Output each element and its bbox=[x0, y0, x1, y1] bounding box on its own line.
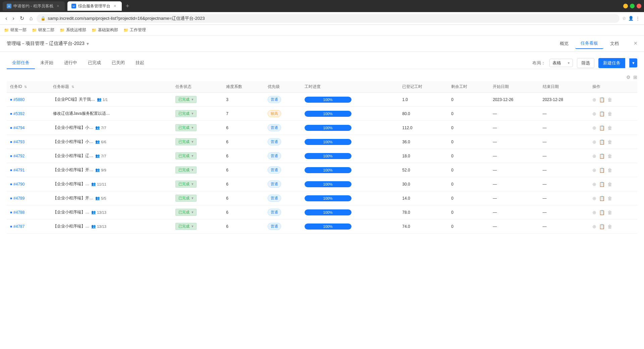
status-badge[interactable]: 已完成 ▾ bbox=[175, 209, 197, 216]
delete-icon[interactable]: 🗑 bbox=[607, 139, 612, 145]
status-badge[interactable]: 已完成 ▾ bbox=[175, 124, 197, 131]
menu-icon[interactable]: ⋮ bbox=[636, 16, 640, 21]
tab-2[interactable]: M 综合服务管理平台 × bbox=[67, 1, 122, 11]
layout-select[interactable]: 表格 看板 bbox=[549, 59, 573, 67]
back-button[interactable]: ‹ bbox=[4, 15, 8, 22]
bookmark-infra[interactable]: 📁 基础架构部 bbox=[92, 27, 118, 33]
sort-icon-id[interactable]: ⇅ bbox=[24, 85, 27, 89]
status-dropdown-icon[interactable]: ▾ bbox=[192, 126, 194, 130]
edit-icon[interactable]: 📋 bbox=[599, 153, 605, 159]
edit-icon[interactable]: 📋 bbox=[599, 97, 605, 102]
edit-icon[interactable]: 📋 bbox=[599, 182, 605, 187]
forward-button[interactable]: › bbox=[11, 15, 15, 22]
status-badge[interactable]: 已完成 ▾ bbox=[175, 223, 197, 230]
column-settings-icon[interactable]: ⊞ bbox=[633, 74, 637, 80]
status-dropdown-icon[interactable]: ▾ bbox=[192, 140, 194, 144]
new-task-dropdown-button[interactable]: ▾ bbox=[629, 58, 637, 67]
reload-button[interactable]: ↻ bbox=[18, 14, 25, 22]
settings-icon[interactable]: ⚙ bbox=[626, 74, 631, 80]
delete-icon[interactable]: 🗑 bbox=[607, 167, 612, 173]
filter-button[interactable]: 筛选 bbox=[577, 58, 594, 68]
task-id-link[interactable]: ■ #4794 bbox=[10, 126, 46, 130]
header-close-button[interactable]: × bbox=[634, 40, 637, 47]
filter-tab-suspended[interactable]: 挂起 bbox=[130, 57, 150, 69]
tab-1[interactable]: A 申请签约 - 程序员客栈 × bbox=[3, 1, 65, 11]
status-dropdown-icon[interactable]: ▾ bbox=[192, 210, 194, 214]
status-dropdown-icon[interactable]: ▾ bbox=[192, 154, 194, 158]
task-id-link[interactable]: ■ #5392 bbox=[10, 111, 46, 116]
status-badge[interactable]: 已完成 ▾ bbox=[175, 110, 197, 117]
subtask-icon[interactable]: ⊕ bbox=[592, 210, 596, 215]
sort-icon-title[interactable]: ⇅ bbox=[71, 85, 74, 89]
new-tab-button[interactable]: + bbox=[124, 3, 131, 10]
user-icon[interactable]: 👤 bbox=[628, 16, 634, 21]
breadcrumb-dropdown[interactable]: ▾ bbox=[87, 41, 89, 46]
status-badge[interactable]: 已完成 ▾ bbox=[175, 166, 197, 173]
tab-kanban[interactable]: 任务看板 bbox=[575, 38, 603, 49]
delete-icon[interactable]: 🗑 bbox=[607, 224, 612, 229]
status-dropdown-icon[interactable]: ▾ bbox=[192, 168, 194, 172]
status-badge[interactable]: 已完成 ▾ bbox=[175, 96, 197, 103]
filter-tab-closed[interactable]: 已关闭 bbox=[106, 57, 130, 69]
subtask-icon[interactable]: ⊕ bbox=[592, 139, 596, 145]
subtask-icon[interactable]: ⊕ bbox=[592, 97, 596, 102]
delete-icon[interactable]: 🗑 bbox=[607, 111, 612, 116]
maximize-button[interactable] bbox=[630, 4, 635, 8]
status-dropdown-icon[interactable]: ▾ bbox=[192, 97, 194, 102]
url-bar[interactable]: 🔒 samp.incredit.com/samp/project-list?pr… bbox=[37, 14, 620, 23]
bookmark-work[interactable]: 📁 工作管理 bbox=[123, 27, 146, 33]
status-badge[interactable]: 已完成 ▾ bbox=[175, 138, 197, 145]
filter-tab-notstarted[interactable]: 未开始 bbox=[35, 57, 59, 69]
tab1-close[interactable]: × bbox=[55, 3, 61, 9]
edit-icon[interactable]: 📋 bbox=[599, 224, 605, 229]
subtask-icon[interactable]: ⊕ bbox=[592, 196, 596, 201]
home-button[interactable]: ⌂ bbox=[28, 15, 34, 22]
task-id-link[interactable]: ■ #4793 bbox=[10, 140, 46, 144]
subtask-icon[interactable]: ⊕ bbox=[592, 153, 596, 159]
delete-icon[interactable]: 🗑 bbox=[607, 196, 612, 201]
subtask-icon[interactable]: ⊕ bbox=[592, 125, 596, 131]
star-icon[interactable]: ☆ bbox=[622, 16, 626, 21]
task-id-link[interactable]: ■ #4789 bbox=[10, 196, 46, 201]
task-id-link[interactable]: ■ #5880 bbox=[10, 97, 46, 102]
delete-icon[interactable]: 🗑 bbox=[607, 125, 612, 131]
edit-icon[interactable]: 📋 bbox=[599, 125, 605, 131]
filter-tab-completed[interactable]: 已完成 bbox=[83, 57, 106, 69]
status-badge[interactable]: 已完成 ▾ bbox=[175, 152, 197, 159]
task-id-link[interactable]: ■ #4791 bbox=[10, 168, 46, 172]
task-id-link[interactable]: ■ #4788 bbox=[10, 210, 46, 215]
new-task-button[interactable]: 新建任务 bbox=[598, 58, 625, 68]
tab-docs[interactable]: 文档 bbox=[605, 38, 624, 49]
delete-icon[interactable]: 🗑 bbox=[607, 97, 612, 102]
filter-tab-all[interactable]: 全部任务 bbox=[7, 57, 35, 69]
tab2-close[interactable]: × bbox=[112, 3, 118, 9]
status-dropdown-icon[interactable]: ▾ bbox=[192, 182, 194, 186]
bookmark-dev1[interactable]: 📁 研发一部 bbox=[4, 27, 26, 33]
subtask-icon[interactable]: ⊕ bbox=[592, 111, 596, 116]
bookmark-dev2[interactable]: 📁 研发二部 bbox=[32, 27, 54, 33]
subtask-icon[interactable]: ⊕ bbox=[592, 182, 596, 187]
edit-icon[interactable]: 📋 bbox=[599, 196, 605, 201]
delete-icon[interactable]: 🗑 bbox=[607, 182, 612, 187]
filter-tab-inprogress[interactable]: 进行中 bbox=[59, 57, 83, 69]
delete-icon[interactable]: 🗑 bbox=[607, 153, 612, 159]
status-badge[interactable]: 已完成 ▾ bbox=[175, 181, 197, 188]
tab-overview[interactable]: 概览 bbox=[554, 38, 574, 49]
edit-icon[interactable]: 📋 bbox=[599, 210, 605, 215]
edit-icon[interactable]: 📋 bbox=[599, 139, 605, 145]
bookmark-ops[interactable]: 📁 系统运维部 bbox=[60, 27, 86, 33]
status-dropdown-icon[interactable]: ▾ bbox=[192, 111, 194, 116]
task-id-link[interactable]: ■ #4790 bbox=[10, 182, 46, 187]
task-id-link[interactable]: ■ #4787 bbox=[10, 224, 46, 229]
status-dropdown-icon[interactable]: ▾ bbox=[192, 224, 194, 229]
status-badge[interactable]: 已完成 ▾ bbox=[175, 195, 197, 202]
delete-icon[interactable]: 🗑 bbox=[607, 210, 612, 215]
edit-icon[interactable]: 📋 bbox=[599, 111, 605, 116]
task-id-link[interactable]: ■ #4792 bbox=[10, 154, 46, 158]
close-button[interactable] bbox=[637, 4, 641, 8]
subtask-icon[interactable]: ⊕ bbox=[592, 224, 596, 229]
subtask-icon[interactable]: ⊕ bbox=[592, 167, 596, 173]
status-dropdown-icon[interactable]: ▾ bbox=[192, 196, 194, 200]
edit-icon[interactable]: 📋 bbox=[599, 167, 605, 173]
minimize-button[interactable] bbox=[623, 4, 628, 8]
